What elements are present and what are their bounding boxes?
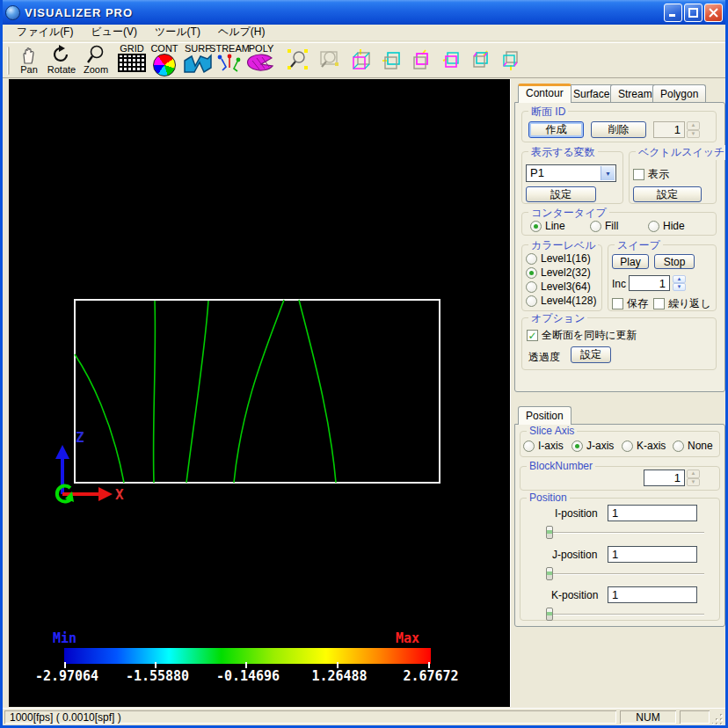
level2-radio[interactable]: Level2(32) [526, 266, 591, 279]
view-cube-left-button[interactable] [409, 43, 433, 76]
slider-thumb[interactable] [546, 608, 553, 621]
block-number-value[interactable] [644, 470, 685, 486]
contour-mode-button[interactable]: CONT [149, 44, 180, 77]
pan-button[interactable]: Pan [15, 44, 43, 77]
level2-label: Level2(32) [541, 266, 591, 279]
grid-mode-button[interactable]: GRID [115, 44, 149, 77]
toolbar: Pan Rotate Zoom GRID CONT SURF [3, 42, 725, 78]
j-axis-radio[interactable]: J-axis [571, 440, 614, 452]
zoom-button[interactable]: Zoom [80, 44, 112, 77]
view-cube-bottom-button[interactable] [499, 43, 523, 76]
spin-up-icon[interactable]: ▲ [687, 470, 700, 478]
rotate-label: Rotate [47, 65, 76, 75]
k-axis-label: K-axis [637, 440, 666, 452]
k-position-value[interactable] [608, 586, 697, 603]
stream-arrows-icon [216, 54, 243, 75]
contour-type-hide-radio[interactable]: Hide [648, 220, 685, 232]
i-axis-radio[interactable]: I-axis [523, 440, 564, 452]
vector-switch-title: ベクトルスイッチ [636, 145, 727, 160]
spin-up-icon[interactable]: ▲ [687, 121, 700, 130]
view-cube-back-button[interactable] [379, 43, 404, 76]
zoom-region-button[interactable] [286, 43, 310, 76]
level3-radio[interactable]: Level3(64) [526, 280, 591, 293]
k-axis-radio[interactable]: K-axis [622, 440, 666, 452]
surf-label: SURF [185, 44, 211, 54]
pan-hand-icon [19, 44, 39, 65]
menu-help[interactable]: ヘルプ(H) [209, 23, 274, 42]
stream-mode-button[interactable]: STREAM [214, 44, 245, 77]
colorbar-tick-label-5: 2.67672 [403, 668, 458, 684]
level1-radio[interactable]: Level1(16) [526, 252, 591, 265]
colorbar-tick [337, 662, 339, 668]
combo-arrow-icon[interactable]: ▼ [601, 166, 615, 180]
contour-line-4 [234, 300, 284, 483]
check-icon: ✓ [527, 330, 538, 341]
poly-label: POLY [249, 44, 274, 54]
menu-view[interactable]: ビュー(V) [82, 23, 146, 42]
rotate-button[interactable]: Rotate [45, 44, 78, 77]
toolbar-grip[interactable] [7, 47, 10, 75]
surface-wave-icon [183, 54, 213, 75]
section-id-title: 断面 ID [528, 105, 568, 120]
inc-value[interactable] [629, 275, 670, 291]
checkbox-box [633, 169, 644, 180]
z-axis-arrowhead [55, 445, 69, 459]
update-all-checkbox[interactable]: ✓ 全断面を同時に更新 [527, 328, 637, 343]
play-button[interactable]: Play [612, 254, 649, 269]
colorbar-tick-label-3: -0.14696 [216, 668, 280, 684]
radio-dot [523, 440, 535, 452]
i-position-value[interactable] [608, 505, 697, 521]
close-button[interactable] [704, 4, 723, 22]
minimize-button[interactable] [664, 4, 682, 22]
tab-position[interactable]: Position [518, 406, 571, 425]
section-id-value[interactable] [653, 121, 685, 138]
slider-thumb[interactable] [546, 567, 553, 580]
vector-show-checkbox[interactable]: 表示 [633, 167, 669, 182]
level4-radio[interactable]: Level4(128) [526, 295, 596, 307]
maximize-button[interactable] [684, 4, 703, 22]
j-position-value[interactable] [608, 546, 697, 563]
slider-thumb[interactable] [546, 526, 553, 539]
spin-down-icon[interactable]: ▼ [687, 130, 700, 139]
contour-line-3 [186, 301, 208, 483]
x-axis-arrowhead [98, 487, 113, 501]
polygon-mode-button[interactable]: POLY [245, 44, 277, 77]
tab-polygon[interactable]: Polygon [652, 84, 706, 103]
block-number-spinner[interactable]: ▲ ▼ [687, 470, 700, 486]
zoom-window-button[interactable] [317, 43, 342, 76]
spin-down-icon[interactable]: ▼ [687, 478, 700, 487]
inc-spinner[interactable]: ▲ ▼ [673, 275, 686, 291]
colorbar-tick [245, 662, 247, 668]
k-position-slider[interactable] [546, 608, 704, 621]
spin-down-icon[interactable]: ▼ [673, 283, 686, 291]
view-cube-right-button[interactable] [439, 43, 463, 76]
menu-file[interactable]: ファイル(F) [8, 23, 82, 42]
menu-tools[interactable]: ツール(T) [146, 23, 209, 42]
slice-axis-title: Slice Axis [527, 425, 577, 437]
j-position-slider[interactable] [546, 567, 704, 580]
level1-label: Level1(16) [541, 252, 591, 265]
save-checkbox[interactable]: 保存 [612, 296, 648, 311]
i-position-slider[interactable] [546, 526, 704, 539]
section-id-spinner[interactable]: ▲ ▼ [687, 121, 700, 138]
tab-contour[interactable]: Contour [518, 84, 571, 103]
repeat-checkbox[interactable]: 繰り返し [653, 296, 711, 311]
checkbox-box [612, 298, 623, 309]
resize-grip[interactable] [712, 713, 724, 724]
contour-type-line-radio[interactable]: Line [530, 220, 565, 232]
zoom-label: Zoom [84, 65, 108, 75]
delete-button[interactable]: 削除 [591, 121, 646, 138]
vector-settings-button[interactable]: 設定 [633, 186, 702, 202]
variable-settings-button[interactable]: 設定 [526, 186, 596, 202]
grid-label: GRID [120, 44, 144, 54]
opacity-settings-button[interactable]: 設定 [571, 346, 611, 363]
view-cube-top-button[interactable] [469, 43, 493, 76]
stop-button[interactable]: Stop [654, 254, 695, 269]
spin-up-icon[interactable]: ▲ [673, 275, 686, 283]
view-cube-front-button[interactable] [349, 43, 374, 76]
create-button[interactable]: 作成 [528, 121, 584, 138]
variable-combobox[interactable]: P1 ▼ [526, 164, 616, 182]
contour-type-fill-radio[interactable]: Fill [590, 220, 618, 232]
none-axis-radio[interactable]: None [673, 440, 713, 452]
render-viewport[interactable]: Z X Min Max -2.97064 -1.55880 -0.14696 1… [9, 79, 510, 707]
